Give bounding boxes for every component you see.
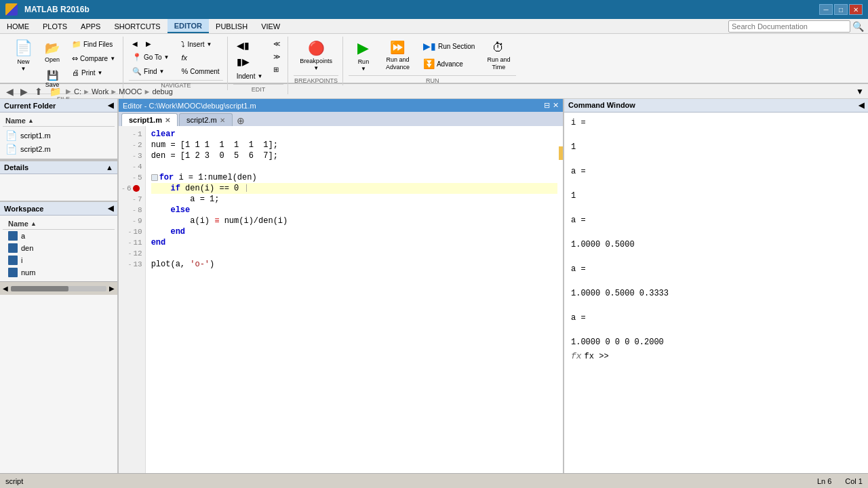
scroll-track [11, 286, 106, 291]
tab-script1-close[interactable]: ✕ [165, 117, 170, 124]
scroll-indicator [559, 146, 563, 160]
breakpoint-6 [133, 185, 140, 192]
cw-line-i-val: 1 [571, 141, 861, 153]
status-bar: script Ln 6 Col 1 [0, 473, 868, 488]
current-folder-col-header: Name ▲ [3, 115, 115, 127]
current-folder-content: Name ▲ 📄 script1.m 📄 script2.m [0, 113, 117, 159]
menu-editor[interactable]: EDITOR [167, 19, 209, 33]
workspace-collapse[interactable]: ◀ [108, 204, 113, 213]
menu-publish[interactable]: PUBLISH [209, 19, 254, 33]
nav-up[interactable]: ⬆ [33, 86, 45, 97]
find-files-button[interactable]: 📁 Find Files [68, 38, 119, 51]
fx-button[interactable]: fx [178, 52, 222, 64]
ribbon-group-navigate: ◀ ▶ 📍 Go To ▼ 🔍 Find ▼ ⤵ Insert [125, 37, 228, 90]
cw-line-a3-val: 1.0000 0.5000 0.3333 [571, 287, 861, 300]
nav-forward[interactable]: ▶ [18, 86, 30, 97]
nav-browse[interactable]: 📁 [47, 86, 63, 97]
ln-12: - 12 [119, 248, 145, 259]
editor-minimize[interactable]: ⊟ [544, 101, 550, 110]
new-button[interactable]: 📄 New ▼ [8, 38, 39, 73]
nav-path-work[interactable]: Work [92, 87, 108, 96]
var-i[interactable]: i [3, 254, 115, 266]
run-and-advance-button[interactable]: ⏩ Run andAdvance [380, 38, 416, 73]
ribbon-group-edit: ◀▮ ▮▶ Indent ▼ ≪ ≫ ⊞ EDIT [229, 37, 289, 94]
file-script2[interactable]: 📄 script2.m [3, 142, 115, 156]
status-col: Col 1 [845, 477, 863, 485]
edit-btn1[interactable]: ≪ [270, 38, 283, 49]
status-script: script [5, 477, 23, 485]
var-a-label: a [21, 232, 25, 240]
var-a-icon [8, 231, 18, 241]
print-button[interactable]: 🖨 Print ▼ [68, 66, 119, 79]
minimize-button[interactable]: ─ [819, 4, 833, 15]
cw-collapse[interactable]: ◀ [859, 101, 864, 110]
menu-plots[interactable]: PLOTS [36, 19, 74, 33]
search-icon[interactable]: 🔍 [852, 21, 864, 32]
var-a[interactable]: a [3, 230, 115, 242]
run-and-time-button[interactable]: ⏱ Run andTime [481, 38, 516, 73]
run-section-button[interactable]: ▶▮ Run Section [418, 38, 479, 54]
insert-button[interactable]: ⤵ Insert ▼ [178, 38, 222, 50]
indent-increase-button[interactable]: ▮▶ [233, 54, 267, 69]
close-button[interactable]: ✕ [849, 4, 863, 15]
workspace-content: Name ▲ a den i num [0, 216, 117, 281]
ln-3: - 3 [119, 150, 145, 161]
var-den[interactable]: den [3, 242, 115, 254]
status-ln: Ln 6 [817, 477, 831, 485]
nav-expand[interactable]: ▼ [856, 87, 864, 96]
file-script1[interactable]: 📄 script1.m [3, 129, 115, 142]
code-line-2: num = [1 1 1 1 1 1 1]; [151, 140, 557, 150]
compare-button[interactable]: ⇔ Compare ▼ [68, 52, 119, 65]
menu-apps[interactable]: APPS [74, 19, 107, 33]
editor-body[interactable]: - 1 - 2 - 3 - 4 - 5 [119, 126, 563, 473]
tab-script2-close[interactable]: ✕ [220, 117, 225, 124]
details-header: Details ▲ [0, 161, 117, 174]
cw-line-blank9 [571, 324, 861, 336]
code-area[interactable]: clear num = [1 1 1 1 1 1 1]; den = [1 2 … [146, 126, 563, 473]
menu-home[interactable]: HOME [0, 19, 36, 33]
cw-body[interactable]: i = 1 a = 1 a = 1.0000 0.5000 a = 1.0000… [564, 113, 868, 473]
nav-path-mooc[interactable]: MOOC [119, 87, 142, 96]
open-button[interactable]: 📂 Open [40, 38, 64, 66]
edit-btn2[interactable]: ≫ [270, 51, 283, 62]
current-folder-collapse[interactable]: ◀ [108, 101, 113, 110]
edit-group-label: EDIT [233, 84, 284, 93]
workspace-scrollbar[interactable]: ◀ ▶ [0, 281, 117, 295]
menu-view[interactable]: VIEW [254, 19, 287, 33]
menu-shortcuts[interactable]: SHORTCUTS [107, 19, 167, 33]
go-to-button[interactable]: 📍 Go To ▼ [129, 51, 172, 64]
tab-script2[interactable]: script2.m ✕ [179, 113, 233, 126]
nav-back[interactable]: ◀ [4, 86, 16, 97]
run-button[interactable]: ▶ Run ▼ [349, 38, 378, 73]
ln-8: - 8 [119, 205, 145, 216]
cw-line-blank1 [571, 129, 861, 141]
indent-button[interactable]: Indent ▼ [233, 70, 267, 82]
maximize-button[interactable]: □ [834, 4, 848, 15]
scroll-right-btn[interactable]: ▶ [109, 285, 115, 292]
workspace-header: Workspace ◀ [0, 202, 117, 216]
editor-tabs: script1.m ✕ script2.m ✕ ⊕ [119, 112, 563, 126]
forward-button[interactable]: ▶ [142, 38, 155, 49]
nav-path-debug[interactable]: debug [152, 87, 173, 96]
ln-9: - 9 [119, 216, 145, 226]
code-line-3: den = [1 2 3 0 5 6 7]; [151, 150, 557, 161]
search-input[interactable] [728, 20, 850, 33]
cw-cursor[interactable] [612, 352, 861, 361]
title-bar-controls: ─ □ ✕ [819, 4, 863, 15]
tab-script1[interactable]: script1.m ✕ [121, 113, 178, 126]
scroll-left-btn[interactable]: ◀ [3, 285, 8, 292]
cw-line-a2-val: 1.0000 0.5000 [571, 239, 861, 251]
tab-add-button[interactable]: ⊕ [234, 115, 248, 126]
var-num[interactable]: num [3, 266, 115, 279]
comment-button[interactable]: % Comment [178, 65, 222, 77]
find-button[interactable]: 🔍 Find ▼ [129, 65, 172, 78]
back-button[interactable]: ◀ [129, 38, 141, 49]
editor-close[interactable]: ✕ [553, 101, 559, 110]
indent-decrease-button[interactable]: ◀▮ [233, 38, 267, 53]
edit-btn3[interactable]: ⊞ [270, 64, 283, 75]
app-title: MATLAB R2016b [24, 5, 90, 14]
advance-button[interactable]: ⏬ Advance [418, 56, 479, 72]
nav-path-c[interactable]: C: [74, 87, 81, 96]
details-collapse[interactable]: ▲ [106, 163, 113, 171]
breakpoints-button[interactable]: 🔴 Breakpoints ▼ [294, 38, 338, 73]
